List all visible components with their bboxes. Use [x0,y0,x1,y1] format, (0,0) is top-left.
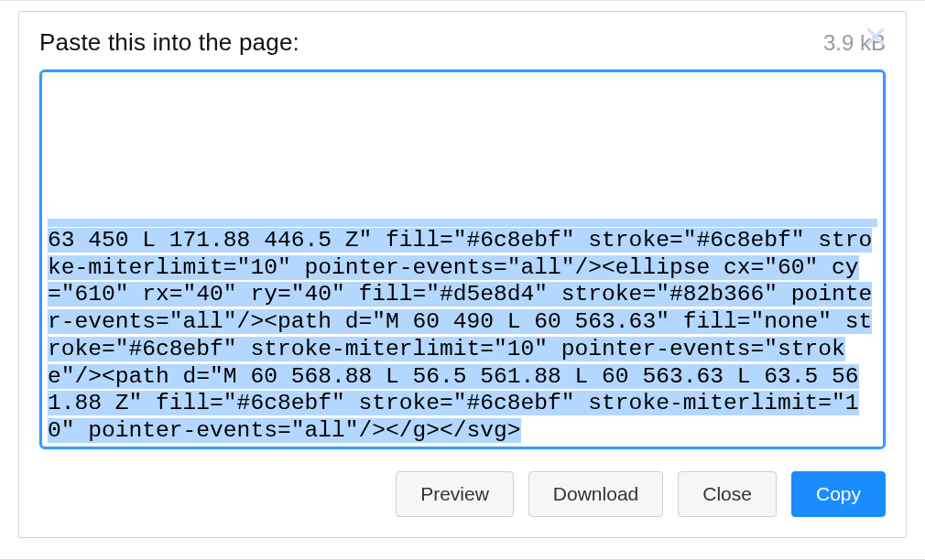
code-textarea-wrapper: 63 450 L 171.88 446.5 Z" fill="#6c8ebf" … [39,70,886,449]
download-button[interactable]: Download [528,471,663,517]
export-dialog: Paste this into the page: 3.9 kB 63 450 … [18,11,907,538]
dialog-title: Paste this into the page: [39,28,299,57]
dialog-header: Paste this into the page: 3.9 kB [39,28,886,57]
code-textarea[interactable]: 63 450 L 171.88 446.5 Z" fill="#6c8ebf" … [42,72,883,447]
preview-button[interactable]: Preview [396,471,514,517]
close-button[interactable]: Close [678,471,777,517]
close-icon[interactable] [864,25,887,48]
dialog-buttons: Preview Download Close Copy [39,471,886,517]
copy-button[interactable]: Copy [791,471,886,517]
